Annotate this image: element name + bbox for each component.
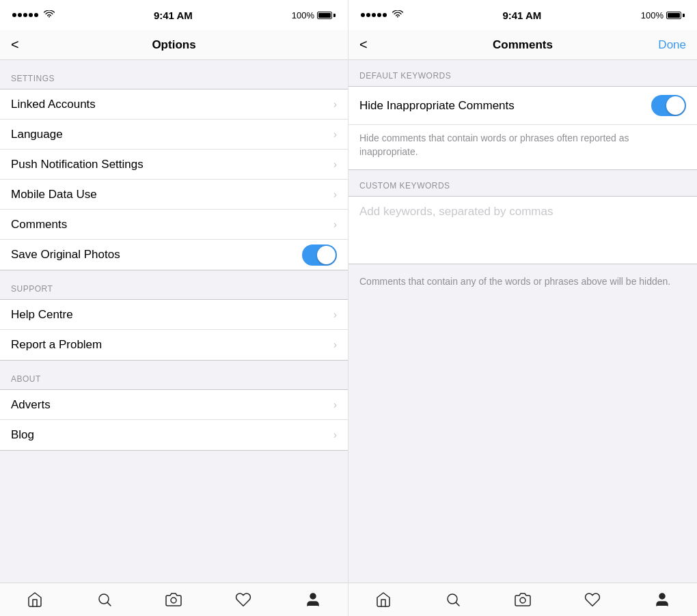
right-status-bar: 9:41 AM 100% bbox=[348, 0, 697, 30]
right-tab-heart[interactable] bbox=[558, 583, 627, 616]
comments-nav-label: Comments bbox=[11, 218, 67, 232]
blog-chevron: › bbox=[333, 429, 337, 441]
help-centre-label: Help Centre bbox=[11, 308, 73, 322]
report-problem-chevron: › bbox=[333, 339, 337, 351]
dot3 bbox=[23, 13, 27, 17]
language-label: Language bbox=[11, 128, 63, 141]
left-signal-area bbox=[12, 10, 55, 20]
right-tab-home[interactable] bbox=[348, 583, 418, 616]
hide-inappropriate-row: Hide Inappropriate Comments bbox=[348, 86, 697, 125]
save-photos-item[interactable]: Save Original Photos bbox=[0, 240, 348, 270]
left-tab-heart[interactable] bbox=[208, 583, 278, 616]
about-list-group: Adverts › Blog › bbox=[0, 389, 348, 451]
right-panel: 9:41 AM 100% < Comments Done DEFAULT KEY… bbox=[348, 0, 697, 616]
save-photos-toggle[interactable] bbox=[302, 244, 337, 266]
right-tab-bar bbox=[348, 583, 697, 616]
svg-point-4 bbox=[448, 594, 457, 604]
blog-item[interactable]: Blog › bbox=[0, 420, 348, 450]
settings-section-header: SETTINGS bbox=[0, 60, 348, 89]
language-item[interactable]: Language › bbox=[0, 120, 348, 150]
right-signal-area bbox=[361, 10, 403, 20]
comments-content: DEFAULT KEYWORDS Hide Inappropriate Comm… bbox=[348, 60, 697, 583]
wifi-icon bbox=[44, 10, 55, 20]
svg-line-1 bbox=[107, 603, 110, 606]
left-tab-home[interactable] bbox=[0, 583, 70, 616]
rdot1 bbox=[361, 13, 365, 17]
push-notification-item[interactable]: Push Notification Settings › bbox=[0, 150, 348, 180]
left-content: SETTINGS Linked Accounts › Language › Pu… bbox=[0, 60, 348, 583]
linked-accounts-item[interactable]: Linked Accounts › bbox=[0, 89, 348, 120]
signal-dots bbox=[12, 13, 38, 17]
right-battery-percent: 100% bbox=[641, 10, 664, 20]
done-button[interactable]: Done bbox=[658, 38, 686, 52]
left-status-bar: 9:41 AM 100% bbox=[0, 0, 348, 30]
right-back-button[interactable]: < bbox=[359, 34, 373, 55]
left-back-button[interactable]: < bbox=[11, 34, 25, 55]
language-chevron: › bbox=[333, 128, 337, 141]
save-photos-label: Save Original Photos bbox=[11, 248, 120, 262]
default-keywords-header: DEFAULT KEYWORDS bbox=[348, 60, 697, 86]
support-section-header: SUPPORT bbox=[0, 270, 348, 299]
adverts-chevron: › bbox=[333, 399, 337, 411]
right-nav-title: Comments bbox=[493, 38, 553, 52]
help-centre-item[interactable]: Help Centre › bbox=[0, 300, 348, 330]
right-tab-camera[interactable] bbox=[488, 583, 558, 616]
push-notification-label: Push Notification Settings bbox=[11, 158, 144, 171]
mobile-data-label: Mobile Data Use bbox=[11, 188, 97, 201]
mobile-data-chevron: › bbox=[333, 188, 337, 201]
left-nav-title: Options bbox=[152, 38, 195, 52]
comments-nav-chevron: › bbox=[333, 219, 337, 231]
svg-point-0 bbox=[99, 594, 109, 604]
support-list-group: Help Centre › Report a Problem › bbox=[0, 299, 348, 361]
left-time: 9:41 AM bbox=[154, 10, 193, 21]
toggle-description: Hide comments that contain words or phra… bbox=[348, 125, 697, 170]
rdot2 bbox=[366, 13, 370, 17]
svg-line-5 bbox=[456, 603, 459, 606]
footer-description: Comments that contain any of the words o… bbox=[348, 264, 697, 300]
right-tab-search[interactable] bbox=[418, 583, 488, 616]
report-problem-item[interactable]: Report a Problem › bbox=[0, 330, 348, 360]
right-battery-area: 100% bbox=[641, 10, 685, 20]
right-tab-profile[interactable] bbox=[627, 583, 697, 616]
report-problem-label: Report a Problem bbox=[11, 338, 102, 352]
hide-inappropriate-toggle-knob bbox=[666, 96, 685, 115]
right-nav-bar: < Comments Done bbox=[348, 30, 697, 60]
about-section-header: ABOUT bbox=[0, 361, 348, 389]
linked-accounts-chevron: › bbox=[333, 98, 337, 111]
hide-inappropriate-toggle[interactable] bbox=[651, 95, 686, 116]
right-signal-dots bbox=[361, 13, 387, 17]
left-tab-camera[interactable] bbox=[139, 583, 209, 616]
right-wifi-icon bbox=[392, 10, 403, 20]
rdot4 bbox=[377, 13, 381, 17]
rdot5 bbox=[383, 13, 387, 17]
dot2 bbox=[18, 13, 22, 17]
custom-keywords-header: CUSTOM KEYWORDS bbox=[348, 170, 697, 196]
comments-nav-item[interactable]: Comments › bbox=[0, 210, 348, 240]
settings-list-group: Linked Accounts › Language › Push Notifi… bbox=[0, 89, 348, 270]
keywords-placeholder: Add keywords, separated by commas bbox=[359, 205, 553, 218]
hide-inappropriate-label: Hide Inappropriate Comments bbox=[359, 99, 515, 113]
rdot3 bbox=[372, 13, 376, 17]
left-tab-profile[interactable] bbox=[278, 583, 348, 616]
left-panel: 9:41 AM 100% < Options SETTINGS Linked A… bbox=[0, 0, 348, 616]
help-centre-chevron: › bbox=[333, 309, 337, 321]
push-notification-chevron: › bbox=[333, 158, 337, 171]
left-tab-bar bbox=[0, 583, 348, 616]
dot1 bbox=[12, 13, 16, 17]
svg-point-7 bbox=[659, 593, 665, 599]
left-battery-icon bbox=[317, 12, 336, 19]
left-battery-percent: 100% bbox=[292, 10, 314, 20]
left-battery-area: 100% bbox=[292, 10, 336, 20]
svg-point-2 bbox=[171, 598, 176, 603]
right-time: 9:41 AM bbox=[502, 10, 541, 21]
svg-point-6 bbox=[520, 598, 525, 603]
svg-point-3 bbox=[310, 593, 316, 599]
blog-label: Blog bbox=[11, 428, 34, 442]
mobile-data-item[interactable]: Mobile Data Use › bbox=[0, 180, 348, 210]
left-nav-bar: < Options bbox=[0, 30, 348, 60]
keywords-input-area[interactable]: Add keywords, separated by commas bbox=[348, 196, 697, 264]
right-battery-icon bbox=[666, 12, 685, 19]
adverts-label: Adverts bbox=[11, 398, 51, 412]
adverts-item[interactable]: Adverts › bbox=[0, 390, 348, 420]
left-tab-search[interactable] bbox=[70, 583, 139, 616]
